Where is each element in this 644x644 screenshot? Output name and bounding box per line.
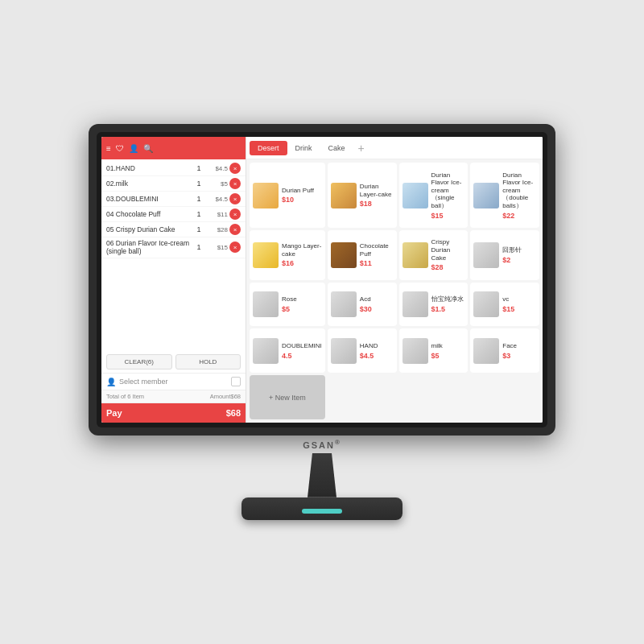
search-icon[interactable]: 🔍 <box>143 144 153 153</box>
product-image <box>473 291 499 317</box>
pos-header: ≡ 🛡 👤 🔍 <box>101 137 246 159</box>
product-price: $18 <box>360 200 394 208</box>
product-price: $28 <box>431 263 465 271</box>
product-info: Durian Layer-cake $18 <box>360 183 394 208</box>
product-card[interactable]: DOUBLEMINI 4.5 <box>250 328 325 373</box>
product-card[interactable]: milk $5 <box>399 328 469 373</box>
product-card[interactable]: vc $15 <box>470 283 539 327</box>
monitor-frame: ≡ 🛡 👤 🔍 01.HAND 1 $4.5 × <box>89 124 555 436</box>
order-item-name: 04 Chocolate Puff <box>106 210 192 218</box>
product-card[interactable]: Durian Flavor Ice-cream（double balls） $2… <box>470 163 539 228</box>
product-name: Durian Layer-cake <box>360 183 394 198</box>
header-icons: ≡ 🛡 👤 🔍 <box>106 144 153 153</box>
order-item-name: 03.DOUBLEMINI <box>106 195 192 203</box>
product-card[interactable]: Durian Flavor Ice-cream（single ball） $15 <box>399 163 469 228</box>
select-member-label: Select member <box>119 378 228 386</box>
order-item-price: $5 <box>205 180 228 188</box>
monitor-neck <box>298 453 346 497</box>
product-info: Chocolate Puff $11 <box>360 242 394 267</box>
menu-icon[interactable]: ≡ <box>106 144 111 153</box>
product-name: Crispy Durian Cake <box>431 238 465 262</box>
hold-button[interactable]: HOLD <box>175 354 242 369</box>
product-card[interactable]: Durian Layer-cake $18 <box>328 163 397 228</box>
order-item-qty: 1 <box>192 195 205 203</box>
product-card[interactable]: HAND $4.5 <box>328 328 397 373</box>
pay-label: Pay <box>106 408 122 418</box>
order-item-delete[interactable]: × <box>229 242 241 253</box>
product-info: Durian Flavor Ice-cream（single ball） $15 <box>431 171 465 220</box>
order-list: 01.HAND 1 $4.5 × 02.milk 1 $5 × 03.D <box>101 159 246 351</box>
product-price: $5 <box>431 352 465 360</box>
product-name: Rose <box>282 295 322 303</box>
pos-actions: CLEAR(6) HOLD <box>101 351 246 373</box>
product-info: Acd $30 <box>360 295 394 313</box>
product-card[interactable]: Crispy Durian Cake $28 <box>399 230 469 280</box>
product-grid: Durian Puff $10 Durian Layer-cake $18 <box>246 159 543 423</box>
product-card[interactable]: 怡宝纯净水 $1.5 <box>399 283 469 327</box>
select-member-row[interactable]: 👤 Select member <box>101 373 246 390</box>
member-checkbox[interactable] <box>231 377 241 386</box>
product-info: Rose $5 <box>282 295 322 313</box>
product-info: milk $5 <box>431 342 465 360</box>
order-item-name: 01.HAND <box>106 164 192 172</box>
order-item-price: $28 <box>205 226 228 233</box>
product-card[interactable]: Chocolate Puff $11 <box>328 230 397 280</box>
product-card[interactable]: Durian Puff $10 <box>250 163 325 228</box>
total-items: Total of 6 Item <box>106 393 144 400</box>
product-info: DOUBLEMINI 4.5 <box>282 342 322 360</box>
order-item-delete[interactable]: × <box>229 193 241 204</box>
order-item-price: $11 <box>205 211 228 218</box>
product-image <box>402 242 428 268</box>
tab-cake[interactable]: Cake <box>320 141 353 155</box>
order-item-qty: 1 <box>192 164 205 172</box>
base-strip <box>302 509 342 514</box>
product-name: Durian Flavor Ice-cream（single ball） <box>431 171 465 210</box>
product-price: $15 <box>502 305 536 313</box>
pay-amount: $68 <box>226 408 241 418</box>
product-card[interactable]: 回形针 $2 <box>470 230 539 280</box>
user-icon[interactable]: 👤 <box>129 144 138 153</box>
product-info: 怡宝纯净水 $1.5 <box>431 295 465 313</box>
product-name: milk <box>431 342 465 350</box>
clear-button[interactable]: CLEAR(6) <box>106 354 172 369</box>
new-item-button[interactable]: + New Item <box>250 375 325 419</box>
order-item-price: $15 <box>205 244 228 251</box>
product-card[interactable]: Face $3 <box>470 328 539 373</box>
product-info: Crispy Durian Cake $28 <box>431 238 465 271</box>
product-price: $5 <box>282 305 322 313</box>
product-info: Durian Puff $10 <box>282 187 322 204</box>
product-price: $16 <box>282 259 322 267</box>
product-price: $15 <box>431 212 465 220</box>
total-bar: Total of 6 Item Amount$68 <box>101 390 246 403</box>
order-item-delete[interactable]: × <box>229 163 241 174</box>
product-image <box>253 242 279 268</box>
category-tabs: Desert Drink Cake + <box>246 137 543 159</box>
product-card[interactable]: Mango Layer-cake $16 <box>250 230 325 280</box>
order-item-delete[interactable]: × <box>229 208 241 220</box>
product-image <box>473 242 499 268</box>
product-image <box>331 291 357 317</box>
order-item-delete[interactable]: × <box>229 224 241 235</box>
product-image <box>331 242 357 268</box>
product-name: Face <box>502 342 536 350</box>
order-item-price: $4.5 <box>205 196 228 203</box>
product-image <box>253 183 279 208</box>
product-image <box>402 183 428 208</box>
product-name: vc <box>502 295 536 303</box>
product-image <box>402 291 428 317</box>
product-info: Face $3 <box>502 342 536 360</box>
tab-add-button[interactable]: + <box>353 140 369 156</box>
product-card[interactable]: Rose $5 <box>250 283 325 327</box>
tab-drink[interactable]: Drink <box>287 141 320 155</box>
product-image <box>473 338 499 364</box>
order-item-delete[interactable]: × <box>229 178 241 189</box>
product-name: HAND <box>360 342 394 350</box>
order-item: 03.DOUBLEMINI 1 $4.5 × <box>101 192 246 207</box>
brand-label: GSAN® <box>303 439 341 450</box>
product-name: 回形针 <box>502 246 536 254</box>
tab-desert[interactable]: Desert <box>250 141 287 155</box>
shield-icon[interactable]: 🛡 <box>116 144 124 153</box>
pay-button[interactable]: Pay $68 <box>101 403 246 423</box>
product-card[interactable]: Acd $30 <box>328 283 397 327</box>
product-info: HAND $4.5 <box>360 342 394 360</box>
